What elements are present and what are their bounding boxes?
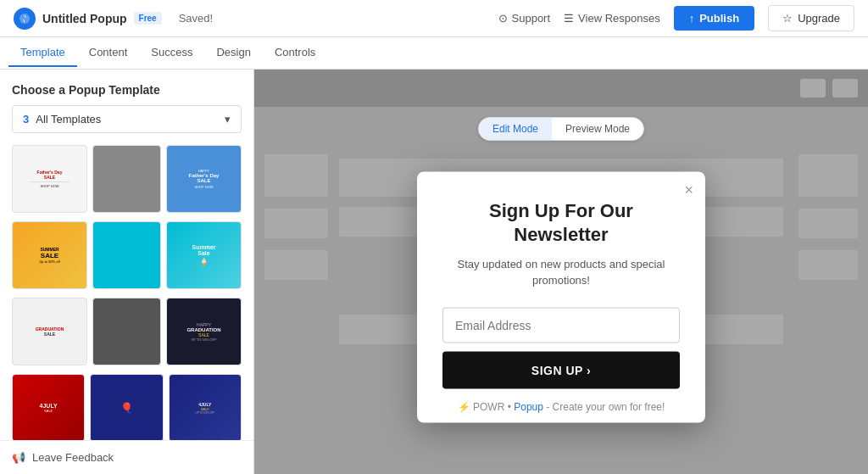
preview-left-block-1 <box>264 154 328 197</box>
chevron-down-icon: ▾ <box>225 113 231 125</box>
template-card-ss3[interactable]: SummerSale 🍦 <box>166 221 242 289</box>
preview-right-block-2 <box>798 209 858 238</box>
template-row-fourth-july: 4JULY SALE 🎈 4JULY SALE UP TO 20% OFF <box>12 374 242 440</box>
support-icon: ⊙ <box>498 12 508 25</box>
tab-controls[interactable]: Controls <box>263 39 327 67</box>
app-title: Untitled Popup <box>42 12 127 25</box>
footer-suffix: - Create your own for free! <box>546 400 665 412</box>
preview-bar-button-1 <box>800 79 826 98</box>
signup-label: SIGN UP › <box>531 363 591 376</box>
upgrade-label: Upgrade <box>798 12 840 25</box>
tab-content[interactable]: Content <box>77 39 140 67</box>
template-card-gr2[interactable] <box>92 298 161 365</box>
preview-top-bar <box>254 70 868 107</box>
view-responses-label: View Responses <box>578 12 660 25</box>
popup-close-button[interactable]: × <box>684 181 693 197</box>
preview-mode-button[interactable]: Preview Mode <box>552 118 643 140</box>
publish-label: Publish <box>699 12 739 25</box>
mode-toggle: Edit Mode Preview Mode <box>478 117 644 141</box>
view-responses-button[interactable]: ☰ View Responses <box>564 12 660 25</box>
template-card-ss2[interactable] <box>92 221 161 289</box>
preview-right-block-3 <box>798 250 858 280</box>
popup-modal: × Sign Up For Our Newsletter Stay update… <box>417 171 705 422</box>
tab-design[interactable]: Design <box>204 39 262 67</box>
popup-subtitle: Stay updated on new products and special… <box>442 255 680 288</box>
preview-right-blocks <box>798 154 858 280</box>
template-card-fd3[interactable]: HAPPY Father's DaySALE SHOP NOW <box>166 145 242 213</box>
template-card-fd2[interactable] <box>92 145 161 213</box>
popup-title: Sign Up For Our Newsletter <box>442 198 680 247</box>
upgrade-button[interactable]: ☆ Upgrade <box>768 5 854 31</box>
support-button[interactable]: ⊙ Support <box>498 12 551 25</box>
template-card-fd1[interactable]: Father's DaySALE SHOP NOW <box>12 145 87 213</box>
publish-button[interactable]: ↑ Publish <box>674 6 754 31</box>
publish-icon: ↑ <box>689 12 695 25</box>
preview-bar-button-2 <box>832 79 858 98</box>
sidebar-title: Choose a Popup Template <box>0 70 253 105</box>
preview-area: Edit Mode Preview Mode × Sign Up For Our… <box>254 70 868 474</box>
template-row-graduation: GRADUATION SALE HAPPY GRADUATION SALE UP… <box>12 298 242 365</box>
email-field[interactable] <box>442 307 680 343</box>
header-actions: ⊙ Support ☰ View Responses ↑ Publish ☆ U… <box>498 5 854 31</box>
popup-link[interactable]: Popup <box>514 400 543 412</box>
leave-feedback-label: Leave Feedback <box>32 451 114 464</box>
template-card-ss1[interactable]: SUMMER SALE Up to 50% off <box>12 221 87 289</box>
template-card-gr3[interactable]: HAPPY GRADUATION SALE UP TO 50% OFF <box>166 298 242 365</box>
template-card-j4-2[interactable]: 🎈 <box>90 374 163 440</box>
feedback-icon: 📢 <box>12 451 25 464</box>
upgrade-star-icon: ☆ <box>782 12 793 25</box>
main-content: Choose a Popup Template 3 All Templates … <box>0 70 868 474</box>
saved-indicator: Saved! <box>179 12 213 25</box>
app-logo-icon <box>14 8 36 30</box>
popup-footer: ⚡ POWR • Popup - Create your own for fre… <box>442 388 680 422</box>
preview-left-block-3 <box>264 250 328 280</box>
preview-right-block-1 <box>798 154 858 197</box>
responses-icon: ☰ <box>564 12 574 25</box>
template-card-gr1[interactable]: GRADUATION SALE <box>12 298 87 365</box>
powr-icon <box>18 12 31 25</box>
template-row-summer-sale: SUMMER SALE Up to 50% off SummerSale 🍦 <box>12 221 242 289</box>
signup-button[interactable]: SIGN UP › <box>442 351 680 388</box>
template-dropdown[interactable]: 3 All Templates ▾ <box>12 105 242 133</box>
preview-left-blocks <box>264 154 328 280</box>
sidebar: Choose a Popup Template 3 All Templates … <box>0 70 254 474</box>
template-card-j4-3[interactable]: 4JULY SALE UP TO 20% OFF <box>169 374 242 440</box>
templates-grid: Father's DaySALE SHOP NOW HAPPY Father's… <box>0 145 253 440</box>
footer-link: Popup <box>514 400 543 412</box>
preview-left-block-2 <box>264 209 328 238</box>
leave-feedback-button[interactable]: 📢 Leave Feedback <box>0 440 253 474</box>
template-card-j4-1[interactable]: 4JULY SALE <box>12 374 85 440</box>
app-header: Untitled Popup Free Saved! ⊙ Support ☰ V… <box>0 0 868 37</box>
dropdown-label: All Templates <box>36 113 225 125</box>
free-badge: Free <box>134 12 162 25</box>
logo-area: Untitled Popup Free <box>14 8 162 30</box>
tab-template[interactable]: Template <box>8 39 77 67</box>
template-row-fathers-day: Father's DaySALE SHOP NOW HAPPY Father's… <box>12 145 242 213</box>
powr-logo-icon: ⚡ <box>458 400 470 412</box>
footer-brand: POWR <box>473 400 504 412</box>
dropdown-count: 3 <box>23 113 29 125</box>
support-label: Support <box>512 12 551 25</box>
nav-tabs: Template Content Success Design Controls <box>0 37 868 70</box>
tab-success[interactable]: Success <box>139 39 204 67</box>
edit-mode-button[interactable]: Edit Mode <box>479 118 552 140</box>
